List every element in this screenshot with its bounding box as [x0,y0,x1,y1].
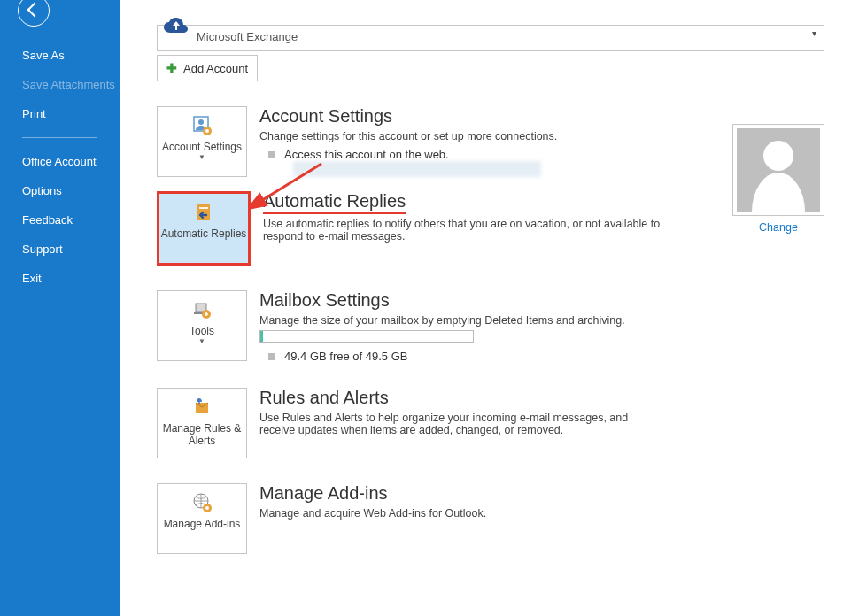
tile-label: Automatic Replies [159,227,248,240]
tools-tile[interactable]: Tools ▼ [157,290,247,361]
redacted-url [293,161,541,177]
chevron-down-icon: ▼ [158,153,246,161]
sidebar-support[interactable]: Support [0,235,120,264]
tile-label: Account Settings [158,141,246,153]
add-account-label: Add Account [183,62,248,75]
tile-label: Manage Add-ins [158,518,246,530]
sidebar-print[interactable]: Print [0,99,120,128]
bullet-square-icon [268,151,275,158]
rules-alerts-desc: Use Rules and Alerts to help organize yo… [259,412,658,436]
backstage-sidebar: Save As Save Attachments Print Office Ac… [0,0,120,616]
mailbox-settings-desc: Manage the size of your mailbox by empty… [259,314,625,327]
account-dropdown[interactable]: Microsoft Exchange ▾ [157,25,824,51]
account-settings-desc: Change settings for this account or set … [259,130,557,142]
back-button[interactable] [18,0,50,27]
add-account-button[interactable]: ✚ Add Account [157,55,258,81]
manage-addins-heading: Manage Add-ins [259,483,486,504]
mailbox-settings-heading: Mailbox Settings [259,290,625,311]
plus-icon: ✚ [166,61,177,75]
sidebar-save-attachments: Save Attachments [0,70,120,99]
chevron-down-icon: ▾ [812,28,816,38]
person-gear-icon [158,112,246,139]
sidebar-exit[interactable]: Exit [0,264,120,293]
account-service-label: Microsoft Exchange [197,30,298,43]
svg-point-11 [198,402,200,404]
main-panel: Microsoft Exchange ▾ ✚ Add Account Accou… [120,0,851,616]
cloud-sync-icon [161,17,191,42]
automatic-replies-desc: Use automatic replies to notify others t… [263,218,661,243]
sidebar-save-as[interactable]: Save As [0,41,120,70]
folder-reply-icon [159,199,248,226]
manage-addins-desc: Manage and acquire Web Add-ins for Outlo… [259,507,486,520]
sidebar-office-account[interactable]: Office Account [0,147,120,176]
tile-label: Tools [158,325,246,337]
globe-gear-icon [158,489,246,516]
svg-point-3 [205,129,209,133]
automatic-replies-tile[interactable]: Automatic Replies [157,191,251,266]
tools-icon [158,296,246,323]
sidebar-feedback[interactable]: Feedback [0,205,120,235]
svg-point-14 [205,506,209,510]
manage-addins-tile[interactable]: Manage Add-ins [157,483,247,554]
bullet-square-icon [268,353,275,360]
automatic-replies-heading: Automatic Replies [263,191,661,214]
chevron-down-icon: ▼ [158,337,246,345]
svg-rect-5 [199,207,208,209]
sidebar-options[interactable]: Options [0,176,120,205]
mailbox-quota-text: 49.4 GB free of 49.5 GB [284,350,407,363]
tile-label: Manage Rules & Alerts [158,422,246,447]
rules-alerts-icon [158,394,246,420]
access-web-link[interactable]: Access this account on the web. [284,148,449,161]
rules-alerts-heading: Rules and Alerts [259,388,658,408]
account-settings-heading: Account Settings [259,106,557,127]
svg-point-1 [198,119,204,125]
manage-rules-tile[interactable]: Manage Rules & Alerts [157,388,247,458]
account-settings-tile[interactable]: Account Settings ▼ [157,106,247,177]
mailbox-quota-bar [259,330,474,343]
sidebar-separator [22,137,97,138]
